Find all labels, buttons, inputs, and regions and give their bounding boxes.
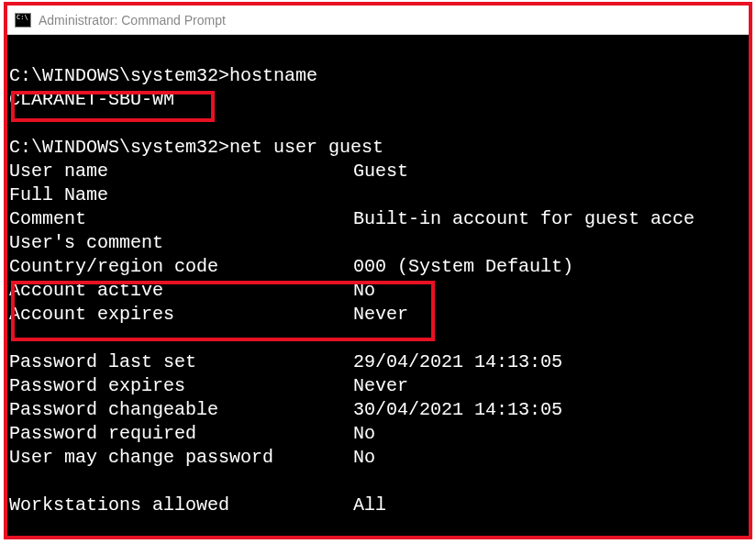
row-users-comment: User's comment (7, 231, 749, 255)
empty-line (7, 470, 749, 494)
empty-line (7, 40, 749, 64)
row-pwd-required: Password requiredNo (7, 422, 749, 446)
empty-line (7, 112, 749, 136)
row-pwd-changeable: Password changeable30/04/2021 14:13:05 (7, 398, 749, 422)
prompt-line-1: C:\WINDOWS\system32>hostname (7, 64, 749, 88)
empty-line (7, 327, 749, 350)
terminal-output[interactable]: C:\WINDOWS\system32>hostname CLARANET-SB… (7, 35, 749, 536)
prompt-line-2: C:\WINDOWS\system32>net user guest (7, 136, 749, 160)
window-title: Administrator: Command Prompt (39, 13, 226, 28)
row-account-expires: Account expiresNever (7, 303, 749, 327)
row-user-name: User nameGuest (7, 160, 749, 183)
row-user-may-change: User may change passwordNo (7, 446, 749, 470)
window-frame: Administrator: Command Prompt C:\WINDOWS… (4, 2, 752, 539)
row-comment: CommentBuilt-in account for guest acce (7, 207, 749, 231)
row-country-region: Country/region code000 (System Default) (7, 255, 749, 279)
cmd-icon (15, 13, 31, 28)
hostname-output: CLARANET-SBU-WM (7, 88, 749, 112)
titlebar[interactable]: Administrator: Command Prompt (7, 6, 749, 35)
row-full-name: Full Name (7, 183, 749, 207)
row-workstations: Workstations allowedAll (7, 494, 749, 517)
row-pwd-last-set: Password last set29/04/2021 14:13:05 (7, 350, 749, 374)
row-account-active: Account activeNo (7, 279, 749, 303)
row-pwd-expires: Password expiresNever (7, 374, 749, 398)
